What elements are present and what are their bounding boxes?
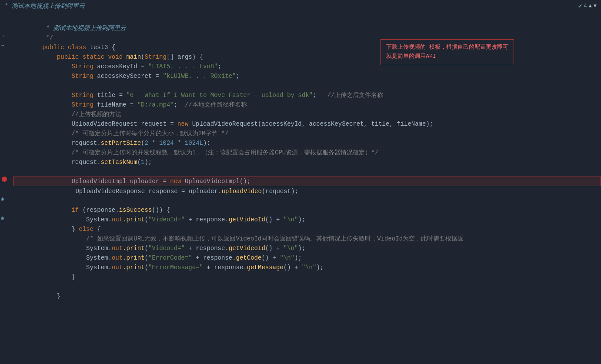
tooltip-line1: 下载上传视频的 模板，根据自己的配置更改即可 (386, 43, 508, 52)
code-line-12: /* 可指定分片上传时每个分片的大小，默认为2M字节 */ (13, 119, 601, 129)
arrow-line4: → (1, 43, 4, 49)
code-line-22: } else { (13, 215, 601, 224)
code-line-25: System.out.print("ErrorCode=" + response… (13, 244, 601, 253)
code-line-8: String title = "6 - What If I Want to Mo… (13, 81, 601, 90)
code-editor: * 测试本地视频上传到阿里云 ✔ 4 ▲ ▼ 下载上传视频的 模板，根据自己的配… (0, 0, 601, 364)
breakpoint-dot[interactable] (2, 177, 7, 182)
code-line-21: System.out.print("VideoId=" + response.g… (13, 205, 601, 215)
code-line-13: request.setPartSize(2 * 1024 * 1024L); (13, 129, 601, 138)
annotation-tooltip: 下载上传视频的 模板，根据自己的配置更改即可 就是简单的调用API (381, 39, 514, 65)
code-line-26: System.out.print("ErrorMessage=" + respo… (13, 253, 601, 263)
up-arrow-icon[interactable]: ▲ (589, 3, 592, 9)
code-line-16 (13, 157, 601, 167)
code-line-24: System.out.print("VideoId=" + response.g… (13, 234, 601, 244)
code-line-7 (13, 71, 601, 81)
top-bar-controls[interactable]: ✔ 4 ▲ ▼ (578, 2, 597, 10)
checkmark-icon: ✔ (578, 2, 582, 10)
code-line-15: request.setTaskNum(1); (13, 148, 601, 157)
top-bar: * 测试本地视频上传到阿里云 ✔ 4 ▲ ▼ (0, 0, 601, 12)
code-line-14: /* 可指定分片上传时的并发线程数，默认为1，（注：该配置会占用服务器CPU资源… (13, 138, 601, 148)
gutter: → → ◉ ◉ (0, 12, 10, 303)
code-line-23: /* 如果设置回调URL无效，不影响视频上传，可以返回VideoId同时会返回错… (13, 224, 601, 234)
file-title: * 测试本地视频上传到阿里云 (4, 2, 85, 10)
code-line-28 (13, 272, 601, 282)
arrow-line20: ◉ (1, 196, 4, 202)
arrow-line3: → (1, 33, 4, 39)
code-line-2: */ (13, 23, 601, 33)
code-line-19 (13, 186, 601, 196)
code-line-10: //上传视频的方法 (13, 100, 601, 110)
code-line-17: UploadVideoImpl uploader = new UploadVid… (13, 167, 601, 177)
code-line-20: if (response.isSuccess()) { (13, 196, 601, 205)
code-line-30: } (13, 291, 601, 301)
code-line-1: * 测试本地视频上传到阿里云 (13, 14, 601, 23)
tooltip-line2: 就是简单的调用API (386, 52, 508, 61)
code-line-9: String fileName = "D:/a.mp4"; //本地文件路径和名… (13, 90, 601, 100)
top-bar-left: * 测试本地视频上传到阿里云 (0, 2, 578, 10)
counter-badge: 4 (584, 3, 587, 9)
code-line-11: UploadVideoRequest request = new UploadV… (13, 110, 601, 119)
code-line-29: } (13, 282, 601, 291)
down-arrow-icon[interactable]: ▼ (594, 3, 597, 9)
code-line-27: } (13, 263, 601, 272)
arrow-line22: ◉ (1, 215, 4, 221)
code-line-18-highlighted: UploadVideoResponse response = uploader.… (13, 177, 601, 186)
